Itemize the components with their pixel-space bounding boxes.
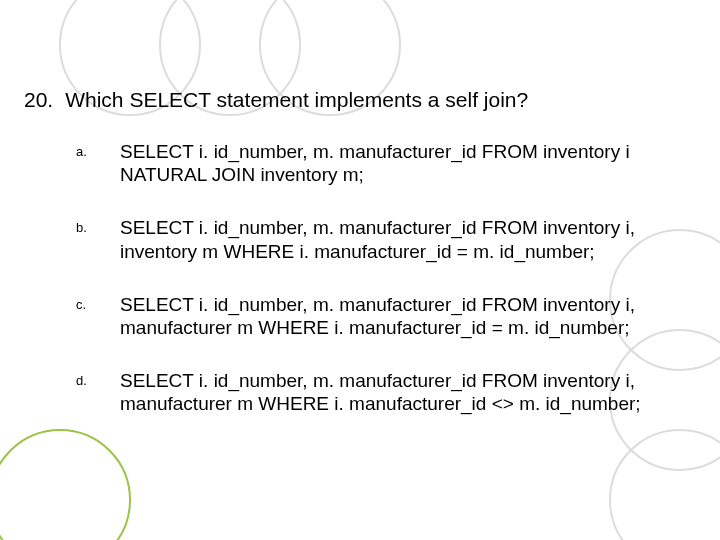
option-label: a. [76,140,92,159]
svg-point-6 [0,430,130,540]
question-row: 20. Which SELECT statement implements a … [24,88,660,112]
option-b: b. SELECT i. id_number, m. manufacturer_… [76,216,660,262]
svg-point-3 [610,430,720,540]
option-label: c. [76,293,92,312]
option-label: b. [76,216,92,235]
option-label: d. [76,369,92,388]
option-text: SELECT i. id_number, m. manufacturer_id … [120,293,660,339]
option-text: SELECT i. id_number, m. manufacturer_id … [120,216,660,262]
option-text: SELECT i. id_number, m. manufacturer_id … [120,140,660,186]
option-a: a. SELECT i. id_number, m. manufacturer_… [76,140,660,186]
question-text: Which SELECT statement implements a self… [65,88,528,112]
option-c: c. SELECT i. id_number, m. manufacturer_… [76,293,660,339]
question-number: 20. [24,88,53,112]
option-d: d. SELECT i. id_number, m. manufacturer_… [76,369,660,415]
option-text: SELECT i. id_number, m. manufacturer_id … [120,369,660,415]
options-list: a. SELECT i. id_number, m. manufacturer_… [76,140,660,445]
